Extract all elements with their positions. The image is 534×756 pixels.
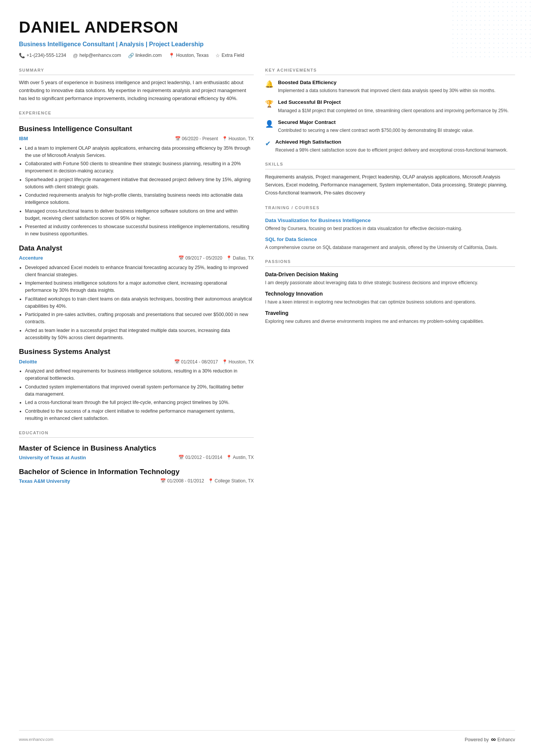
linkedin-contact: 🔗 linkedin.com (128, 52, 162, 59)
job-1: Business Intelligence Consultant IBM 📅 0… (19, 124, 254, 238)
list-item: Presented at industry conferences to sho… (25, 223, 254, 238)
list-item: Developed advanced Excel models to enhan… (25, 264, 254, 279)
job-2-location: 📍 Dallas, TX (226, 255, 254, 261)
calendar-icon-1: 📅 (175, 135, 181, 142)
footer: www.enhancv.com Powered by ∞ Enhancv (19, 730, 515, 745)
star-icon: ☆ (215, 52, 220, 59)
job-3: Business Systems Analyst Deloitte 📅 01/2… (19, 346, 254, 422)
achievement-2-icon: 🏆 (265, 99, 273, 109)
list-item: Conducted system implementations that im… (25, 383, 254, 398)
job-2: Data Analyst Accenture 📅 09/2017 - 05/20… (19, 243, 254, 341)
degree-1-dates: 📅 01/2012 - 01/2014 (178, 454, 222, 461)
course-2-desc: A comprehensive course on SQL database m… (265, 244, 515, 251)
degree-1-dates-location: 📅 01/2012 - 01/2014 📍 Austin, TX (178, 454, 254, 461)
list-item: Led a team to implement OLAP analysis ap… (25, 145, 254, 159)
course-2-title: SQL for Data Science (265, 236, 515, 243)
passions-section-header: PASSIONS (265, 258, 515, 267)
pin-icon-1: 📍 (222, 135, 228, 142)
location-contact: 📍 Houston, Texas (169, 52, 209, 59)
calendar-icon-3: 📅 (174, 358, 180, 365)
pin-icon-2: 📍 (226, 255, 232, 261)
achievement-4-icon: ✔ (265, 139, 271, 149)
achievement-2-title: Led Successful BI Project (278, 99, 509, 106)
degree-2: Bachelor of Science in Information Techn… (19, 466, 254, 485)
job-2-meta: Accenture 📅 09/2017 - 05/2020 📍 Dallas, … (19, 254, 254, 262)
list-item: Collaborated with Fortune 500 clients to… (25, 160, 254, 175)
skills-text: Requirements analysis, Project managemen… (265, 173, 515, 197)
extra-field: ☆ Extra Field (215, 52, 244, 59)
achievement-1-title: Boosted Data Efficiency (278, 79, 495, 86)
job-1-location: 📍 Houston, TX (222, 135, 254, 142)
course-1-title: Data Visualization for Business Intellig… (265, 217, 515, 224)
job-1-title: Business Intelligence Consultant (19, 124, 254, 135)
training-section-header: TRAINING / COURSES (265, 205, 515, 213)
list-item: Acted as team leader in a successful pro… (25, 327, 254, 341)
education-section-header: EDUCATION (19, 430, 254, 438)
degree-2-dates-location: 📅 01/2008 - 01/2012 📍 College Station, T… (160, 477, 254, 484)
list-item: Conducted requirements analysis for high… (25, 192, 254, 206)
job-1-dates: 📅 06/2020 - Present (175, 135, 218, 142)
resume-page: DANIEL ANDERSON Business Intelligence Co… (0, 0, 534, 756)
degree-1-title: Master of Science in Business Analytics (19, 443, 254, 454)
main-layout: SUMMARY With over 5 years of experience … (19, 67, 515, 719)
list-item: Implemented business intelligence soluti… (25, 280, 254, 294)
location-icon: 📍 (169, 52, 175, 59)
achievement-1-desc: Implemented a data solutions framework t… (278, 87, 495, 94)
degree-1-meta: University of Texas at Austin 📅 01/2012 … (19, 454, 254, 462)
summary-text: With over 5 years of experience in busin… (19, 79, 254, 102)
candidate-name: DANIEL ANDERSON (19, 15, 515, 39)
footer-logo: Powered by ∞ Enhancv (465, 734, 515, 745)
course-1-desc: Offered by Coursera, focusing on best pr… (265, 225, 515, 232)
job-2-company: Accenture (19, 254, 43, 262)
degree-1: Master of Science in Business Analytics … (19, 443, 254, 461)
job-1-company: IBM (19, 135, 28, 142)
right-column: KEY ACHIEVEMENTS 🔔 Boosted Data Efficien… (265, 67, 515, 719)
pin-icon-5: 📍 (208, 477, 214, 484)
phone-icon: 📞 (19, 52, 25, 59)
list-item: Managed cross-functional teams to delive… (25, 208, 254, 222)
job-3-dates: 📅 01/2014 - 08/2017 (174, 358, 218, 365)
achievement-2-desc: Managed a $1M project that completed on … (278, 107, 509, 114)
list-item: Facilitated workshops to train client te… (25, 296, 254, 310)
list-item: Analyzed and defined requirements for bu… (25, 368, 254, 382)
achievements-section-header: KEY ACHIEVEMENTS (265, 67, 515, 75)
achievement-4-title: Achieved High Satisfaction (275, 138, 507, 146)
achievement-3-title: Secured Major Contract (278, 119, 474, 126)
job-3-title: Business Systems Analyst (19, 346, 254, 357)
contact-info: 📞 +1-(234)-555-1234 @ help@enhancv.com 🔗… (19, 52, 515, 59)
pin-icon-3: 📍 (222, 358, 228, 365)
passion-1-title: Data-Driven Decision Making (265, 271, 515, 279)
job-2-bullets: Developed advanced Excel models to enhan… (19, 264, 254, 341)
degree-2-title: Bachelor of Science in Information Techn… (19, 466, 254, 477)
calendar-icon-2: 📅 (178, 255, 184, 261)
summary-section-header: SUMMARY (19, 67, 254, 75)
job-3-dates-location: 📅 01/2014 - 08/2017 📍 Houston, TX (174, 358, 254, 365)
course-2: SQL for Data Science A comprehensive cou… (265, 236, 515, 251)
degree-2-school: Texas A&M University (19, 477, 70, 485)
achievement-3-desc: Contributed to securing a new client con… (278, 127, 474, 134)
enhancv-logo-symbol: ∞ (491, 734, 495, 745)
passion-3-desc: Exploring new cultures and diverse envir… (265, 318, 515, 325)
email-icon: @ (73, 52, 78, 59)
decorative-dots (451, 0, 534, 61)
powered-by-text: Powered by (465, 736, 489, 743)
job-1-meta: IBM 📅 06/2020 - Present 📍 Houston, TX (19, 135, 254, 142)
list-item: Spearheaded a project lifecycle manageme… (25, 176, 254, 191)
achievement-3: 👤 Secured Major Contract Contributed to … (265, 119, 515, 134)
degree-2-meta: Texas A&M University 📅 01/2008 - 01/2012… (19, 477, 254, 485)
achievement-4-desc: Received a 98% client satisfaction score… (275, 147, 507, 153)
passion-3-title: Traveling (265, 309, 515, 317)
candidate-title: Business Intelligence Consultant | Analy… (19, 40, 515, 49)
list-item: Led a cross-functional team through the … (25, 399, 254, 406)
degree-1-location: 📍 Austin, TX (226, 454, 254, 461)
passion-2: Technology Innovation I have a keen inte… (265, 290, 515, 305)
calendar-icon-5: 📅 (160, 477, 166, 484)
course-1: Data Visualization for Business Intellig… (265, 217, 515, 232)
achievement-3-icon: 👤 (265, 119, 273, 129)
degree-2-dates: 📅 01/2008 - 01/2012 (160, 477, 204, 484)
left-column: SUMMARY With over 5 years of experience … (19, 67, 254, 719)
calendar-icon-4: 📅 (178, 454, 184, 461)
pin-icon-4: 📍 (226, 454, 232, 461)
job-2-dates: 📅 09/2017 - 05/2020 (178, 255, 222, 261)
achievement-1: 🔔 Boosted Data Efficiency Implemented a … (265, 79, 515, 94)
